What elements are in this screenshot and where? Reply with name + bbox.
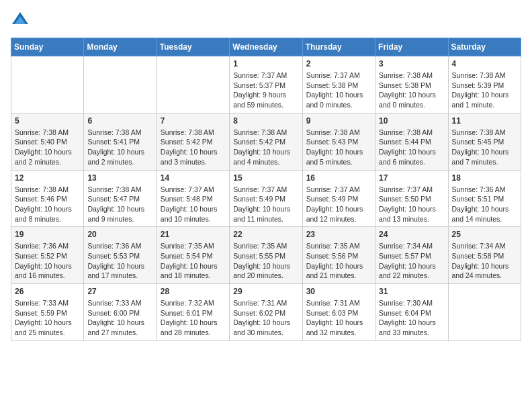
day-number: 7 (161, 116, 226, 126)
calendar-cell: 23Sunrise: 7:35 AMSunset: 5:56 PMDayligh… (302, 227, 375, 284)
day-header-sunday: Sunday (11, 38, 84, 56)
calendar-cell: 28Sunrise: 7:32 AMSunset: 6:01 PMDayligh… (157, 284, 229, 341)
day-number: 14 (161, 173, 226, 183)
day-number: 2 (306, 59, 371, 68)
calendar-cell: 12Sunrise: 7:38 AMSunset: 5:46 PMDayligh… (11, 170, 84, 227)
day-info: Sunrise: 7:37 AMSunset: 5:37 PMDaylight:… (233, 71, 298, 110)
calendar-cell: 4Sunrise: 7:38 AMSunset: 5:39 PMDaylight… (448, 56, 521, 113)
calendar-cell: 22Sunrise: 7:35 AMSunset: 5:55 PMDayligh… (230, 227, 302, 284)
calendar-header-row: SundayMondayTuesdayWednesdayThursdayFrid… (11, 38, 521, 56)
day-number: 26 (15, 287, 80, 296)
calendar-cell: 31Sunrise: 7:30 AMSunset: 6:04 PMDayligh… (375, 284, 448, 341)
day-number: 9 (306, 116, 371, 126)
day-number: 13 (87, 173, 152, 183)
calendar-cell: 18Sunrise: 7:36 AMSunset: 5:51 PMDayligh… (448, 170, 521, 227)
day-info: Sunrise: 7:38 AMSunset: 5:39 PMDaylight:… (452, 71, 517, 110)
day-number: 3 (379, 59, 444, 68)
logo (11, 11, 32, 30)
day-info: Sunrise: 7:36 AMSunset: 5:51 PMDaylight:… (452, 185, 517, 224)
day-info: Sunrise: 7:36 AMSunset: 5:52 PMDaylight:… (15, 241, 80, 281)
calendar-cell: 15Sunrise: 7:37 AMSunset: 5:49 PMDayligh… (230, 170, 302, 227)
day-number: 31 (379, 287, 444, 296)
day-info: Sunrise: 7:38 AMSunset: 5:42 PMDaylight:… (161, 128, 226, 167)
calendar-week-2: 5Sunrise: 7:38 AMSunset: 5:40 PMDaylight… (11, 113, 521, 170)
day-info: Sunrise: 7:38 AMSunset: 5:45 PMDaylight:… (452, 128, 517, 167)
day-info: Sunrise: 7:38 AMSunset: 5:41 PMDaylight:… (87, 128, 152, 167)
day-number: 18 (452, 173, 517, 183)
day-info: Sunrise: 7:32 AMSunset: 6:01 PMDaylight:… (161, 298, 226, 338)
day-info: Sunrise: 7:37 AMSunset: 5:48 PMDaylight:… (161, 185, 226, 224)
logo-icon (11, 11, 30, 30)
day-number: 17 (379, 173, 444, 183)
calendar-week-1: 1Sunrise: 7:37 AMSunset: 5:37 PMDaylight… (11, 56, 521, 113)
day-number: 8 (233, 116, 298, 126)
day-info: Sunrise: 7:35 AMSunset: 5:54 PMDaylight:… (161, 241, 226, 281)
day-info: Sunrise: 7:38 AMSunset: 5:42 PMDaylight:… (233, 128, 298, 167)
day-number: 28 (161, 287, 226, 296)
day-info: Sunrise: 7:35 AMSunset: 5:56 PMDaylight:… (306, 241, 371, 281)
calendar-table: SundayMondayTuesdayWednesdayThursdayFrid… (11, 38, 521, 341)
day-info: Sunrise: 7:30 AMSunset: 6:04 PMDaylight:… (379, 298, 444, 338)
day-number: 5 (15, 116, 80, 126)
calendar-cell: 6Sunrise: 7:38 AMSunset: 5:41 PMDaylight… (84, 113, 157, 170)
day-info: Sunrise: 7:38 AMSunset: 5:38 PMDaylight:… (379, 71, 444, 110)
day-info: Sunrise: 7:31 AMSunset: 6:03 PMDaylight:… (306, 298, 371, 338)
calendar-cell: 30Sunrise: 7:31 AMSunset: 6:03 PMDayligh… (302, 284, 375, 341)
day-info: Sunrise: 7:38 AMSunset: 5:47 PMDaylight:… (87, 185, 152, 224)
calendar-cell: 9Sunrise: 7:38 AMSunset: 5:43 PMDaylight… (302, 113, 375, 170)
day-number: 4 (452, 59, 517, 68)
day-number: 24 (379, 230, 444, 239)
day-number: 20 (87, 230, 152, 239)
calendar-cell: 29Sunrise: 7:31 AMSunset: 6:02 PMDayligh… (230, 284, 302, 341)
day-info: Sunrise: 7:38 AMSunset: 5:40 PMDaylight:… (15, 128, 80, 167)
calendar-cell: 19Sunrise: 7:36 AMSunset: 5:52 PMDayligh… (11, 227, 84, 284)
day-info: Sunrise: 7:38 AMSunset: 5:44 PMDaylight:… (379, 128, 444, 167)
day-number: 29 (233, 287, 298, 296)
calendar-cell: 8Sunrise: 7:38 AMSunset: 5:42 PMDaylight… (230, 113, 302, 170)
calendar-cell: 25Sunrise: 7:34 AMSunset: 5:58 PMDayligh… (448, 227, 521, 284)
calendar-cell: 14Sunrise: 7:37 AMSunset: 5:48 PMDayligh… (157, 170, 229, 227)
day-number: 12 (15, 173, 80, 183)
calendar-cell: 2Sunrise: 7:37 AMSunset: 5:38 PMDaylight… (302, 56, 375, 113)
day-info: Sunrise: 7:37 AMSunset: 5:50 PMDaylight:… (379, 185, 444, 224)
calendar-cell (157, 56, 229, 113)
day-info: Sunrise: 7:31 AMSunset: 6:02 PMDaylight:… (233, 298, 298, 338)
day-info: Sunrise: 7:37 AMSunset: 5:49 PMDaylight:… (233, 185, 298, 224)
day-number: 15 (233, 173, 298, 183)
calendar-cell: 17Sunrise: 7:37 AMSunset: 5:50 PMDayligh… (375, 170, 448, 227)
calendar-week-3: 12Sunrise: 7:38 AMSunset: 5:46 PMDayligh… (11, 170, 521, 227)
day-info: Sunrise: 7:33 AMSunset: 5:59 PMDaylight:… (15, 298, 80, 338)
day-info: Sunrise: 7:38 AMSunset: 5:46 PMDaylight:… (15, 185, 80, 224)
day-header-thursday: Thursday (302, 38, 375, 56)
calendar-cell: 11Sunrise: 7:38 AMSunset: 5:45 PMDayligh… (448, 113, 521, 170)
day-number: 6 (87, 116, 152, 126)
day-info: Sunrise: 7:37 AMSunset: 5:38 PMDaylight:… (306, 71, 371, 110)
day-number: 10 (379, 116, 444, 126)
day-number: 1 (233, 59, 298, 68)
calendar-cell: 16Sunrise: 7:37 AMSunset: 5:49 PMDayligh… (302, 170, 375, 227)
day-number: 30 (306, 287, 371, 296)
calendar-cell: 26Sunrise: 7:33 AMSunset: 5:59 PMDayligh… (11, 284, 84, 341)
day-info: Sunrise: 7:35 AMSunset: 5:55 PMDaylight:… (233, 241, 298, 281)
calendar-week-4: 19Sunrise: 7:36 AMSunset: 5:52 PMDayligh… (11, 227, 521, 284)
calendar-cell: 3Sunrise: 7:38 AMSunset: 5:38 PMDaylight… (375, 56, 448, 113)
day-info: Sunrise: 7:37 AMSunset: 5:49 PMDaylight:… (306, 185, 371, 224)
calendar-cell: 13Sunrise: 7:38 AMSunset: 5:47 PMDayligh… (84, 170, 157, 227)
page-header (11, 11, 521, 30)
day-number: 25 (452, 230, 517, 239)
day-header-friday: Friday (375, 38, 448, 56)
calendar-cell: 7Sunrise: 7:38 AMSunset: 5:42 PMDaylight… (157, 113, 229, 170)
calendar-week-5: 26Sunrise: 7:33 AMSunset: 5:59 PMDayligh… (11, 284, 521, 341)
calendar-cell: 24Sunrise: 7:34 AMSunset: 5:57 PMDayligh… (375, 227, 448, 284)
calendar-cell: 27Sunrise: 7:33 AMSunset: 6:00 PMDayligh… (84, 284, 157, 341)
day-header-tuesday: Tuesday (157, 38, 229, 56)
day-number: 19 (15, 230, 80, 239)
day-info: Sunrise: 7:34 AMSunset: 5:57 PMDaylight:… (379, 241, 444, 281)
day-number: 21 (161, 230, 226, 239)
calendar-cell: 20Sunrise: 7:36 AMSunset: 5:53 PMDayligh… (84, 227, 157, 284)
day-header-wednesday: Wednesday (230, 38, 302, 56)
day-header-saturday: Saturday (448, 38, 521, 56)
day-number: 22 (233, 230, 298, 239)
day-number: 16 (306, 173, 371, 183)
day-info: Sunrise: 7:33 AMSunset: 6:00 PMDaylight:… (87, 298, 152, 338)
